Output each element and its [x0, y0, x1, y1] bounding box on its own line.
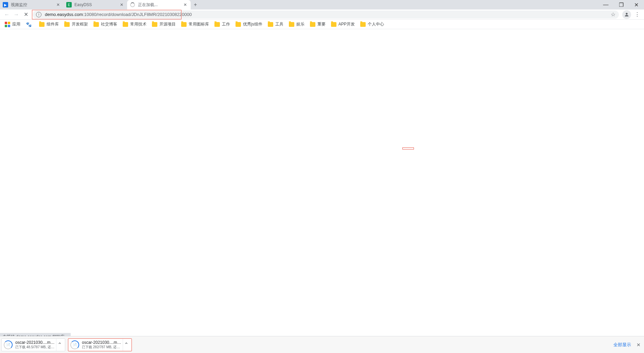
- downloads-footer: 全部显示 ✕: [613, 342, 644, 348]
- bookmark-folder[interactable]: 工具: [265, 20, 286, 29]
- tab-loading[interactable]: 正在加载... ✕: [127, 0, 191, 10]
- bookmark-folder[interactable]: 娱乐: [286, 20, 307, 29]
- folder-icon: [181, 22, 187, 27]
- stop-button[interactable]: ✕: [21, 10, 31, 19]
- download-item[interactable]: 📄 oscar-2021030....mp4 已下载 48.5/787 MB, …: [1, 338, 65, 351]
- bookmark-star-icon[interactable]: ☆: [611, 11, 615, 18]
- download-progress-icon: 📄: [70, 340, 79, 349]
- bookmark-folder[interactable]: 工作: [212, 20, 233, 29]
- profile-button[interactable]: [622, 10, 631, 19]
- loading-spinner-icon: [130, 2, 135, 7]
- tab-strip: ▶ 视频监控 ✕ E EasyDSS ✕ 正在加载... ✕ + — ❐ ✕: [0, 0, 644, 10]
- folder-icon: [93, 22, 99, 27]
- person-icon: [624, 12, 629, 17]
- folder-icon: [39, 22, 45, 27]
- download-progress-icon: 📄: [4, 340, 13, 349]
- close-icon[interactable]: ✕: [119, 2, 124, 7]
- apps-button[interactable]: 应用: [2, 20, 23, 29]
- folder-icon: [214, 22, 220, 27]
- download-item[interactable]: 📄 oscar-2021030....mp4 已下载 282/787 MB, 还…: [68, 338, 132, 351]
- show-all-downloads-link[interactable]: 全部显示: [613, 342, 631, 348]
- close-icon[interactable]: ✕: [55, 2, 61, 7]
- address-bar[interactable]: i demo.easydss.com:10080/record/download…: [33, 11, 619, 19]
- bookmark-folder[interactable]: 常用技术: [120, 20, 149, 29]
- address-bar-container: i demo.easydss.com:10080/record/download…: [33, 11, 619, 19]
- download-filename: oscar-2021030....mp4: [15, 340, 55, 345]
- folder-icon: [64, 22, 70, 27]
- url-host: demo.easydss.com: [45, 12, 83, 17]
- folder-icon: [331, 22, 336, 27]
- bookmark-folder[interactable]: 优秀js组件: [233, 20, 265, 29]
- favicon-icon: E: [66, 2, 72, 7]
- bookmark-folder[interactable]: 个人中心: [358, 20, 387, 29]
- close-window-button[interactable]: ✕: [629, 0, 644, 10]
- paw-icon: 🐾: [26, 22, 32, 27]
- close-downloads-bar-button[interactable]: ✕: [637, 342, 641, 348]
- minimize-button[interactable]: —: [598, 0, 613, 10]
- tab-video-monitor[interactable]: ▶ 视频监控 ✕: [0, 0, 64, 10]
- new-tab-button[interactable]: +: [191, 0, 200, 10]
- bookmark-folder[interactable]: 组件库: [36, 20, 62, 29]
- svg-point-0: [626, 13, 627, 14]
- bookmark-folder[interactable]: APP开发: [328, 20, 358, 29]
- folder-icon: [310, 22, 315, 27]
- bookmark-folder[interactable]: 开发框架: [62, 20, 91, 29]
- bookmark-folder[interactable]: 重要: [307, 20, 328, 29]
- url-path: :10080/record/download/JDnJLF8MR/2021030…: [83, 12, 192, 17]
- favicon-icon: ▶: [3, 2, 8, 7]
- download-info: oscar-2021030....mp4 已下载 48.5/787 MB, 还需…: [15, 340, 55, 350]
- tab-title: EasyDSS: [74, 2, 119, 7]
- folder-icon: [360, 22, 366, 27]
- annotation-box: [402, 147, 414, 149]
- folder-icon: [152, 22, 157, 27]
- apps-label: 应用: [12, 21, 20, 27]
- tab-title: 视频监控: [11, 2, 55, 8]
- bookmarks-bar: 应用 🐾 组件库 开发框架 社交博客 常用技术 开源项目 常用图标库 工作 优秀…: [0, 20, 644, 29]
- folder-icon: [268, 22, 273, 27]
- apps-icon: [5, 22, 10, 27]
- bookmark-paw[interactable]: 🐾: [23, 20, 36, 29]
- downloads-bar: 📄 oscar-2021030....mp4 已下载 48.5/787 MB, …: [0, 336, 644, 353]
- chevron-up-icon[interactable]: ⌃: [56, 339, 63, 351]
- folder-icon: [236, 22, 241, 27]
- close-icon[interactable]: ✕: [182, 2, 188, 7]
- tab-easydss[interactable]: E EasyDSS ✕: [64, 0, 127, 10]
- menu-button[interactable]: ⋮: [632, 10, 642, 19]
- toolbar: ← → ✕ i demo.easydss.com:10080/record/do…: [0, 10, 644, 20]
- site-info-icon[interactable]: i: [36, 12, 41, 17]
- bookmark-folder[interactable]: 开源项目: [149, 20, 178, 29]
- bookmark-folder[interactable]: 社交博客: [91, 20, 120, 29]
- tab-title: 正在加载...: [138, 2, 182, 8]
- file-icon: 📄: [6, 343, 10, 347]
- download-info: oscar-2021030....mp4 已下载 282/787 MB, 还需.…: [82, 340, 121, 350]
- download-status: 已下载 282/787 MB, 还需...: [82, 345, 121, 350]
- bookmark-folder[interactable]: 常用图标库: [178, 20, 212, 29]
- maximize-button[interactable]: ❐: [613, 0, 629, 10]
- download-filename: oscar-2021030....mp4: [82, 340, 121, 345]
- folder-icon: [289, 22, 294, 27]
- download-status: 已下载 48.5/787 MB, 还需...: [15, 345, 55, 350]
- window-controls: — ❐ ✕: [598, 0, 644, 10]
- file-icon: 📄: [73, 343, 77, 347]
- folder-icon: [123, 22, 128, 27]
- chevron-up-icon[interactable]: ⌃: [123, 339, 129, 351]
- page-content: [0, 29, 644, 336]
- url-text: demo.easydss.com:10080/record/download/J…: [45, 12, 608, 17]
- forward-button[interactable]: →: [12, 10, 21, 19]
- back-button[interactable]: ←: [2, 10, 12, 19]
